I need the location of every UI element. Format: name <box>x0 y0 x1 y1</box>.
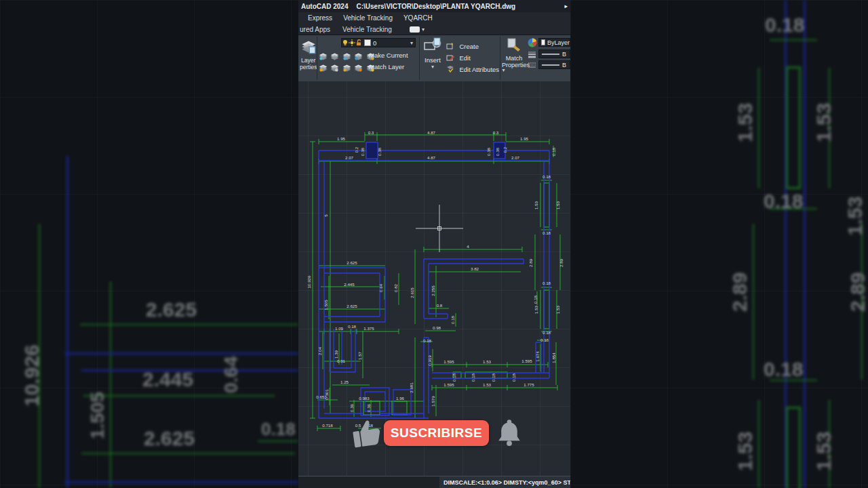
dim-label: 0.18 <box>471 373 475 382</box>
make-current-button[interactable]: Make Current <box>369 52 408 59</box>
menu-yqarch[interactable]: YQARCH <box>403 14 433 22</box>
dim-label: 1.53 <box>534 305 538 314</box>
dim-label: 0.64 <box>378 283 383 292</box>
dim-label: 2.255 <box>431 285 435 296</box>
dim-label: 4.87 <box>427 130 436 135</box>
dim-label: 2.07 <box>511 155 520 160</box>
layer-select-dropdown[interactable]: 0 ▾ <box>341 38 416 47</box>
dim-label: 0.18 <box>450 315 455 324</box>
notification-bell-icon[interactable] <box>495 419 524 447</box>
dim-label: 1.53 <box>555 201 560 209</box>
chevron-down-icon: ▾ <box>410 40 413 46</box>
dim-label: 3.82 <box>471 266 479 271</box>
dim-label: 0.18 <box>540 338 549 342</box>
floor-plan: 0.34.870.31.951.950.20.380.380.380.380.2… <box>298 81 570 476</box>
dim-label: 0.653 <box>316 394 327 399</box>
bg-dim-label: 1.53 <box>812 103 835 142</box>
menu-vehicle-tracking[interactable]: Vehicle Tracking <box>343 14 393 22</box>
workspace-button[interactable]: ▾ <box>410 26 425 33</box>
dim-label: 0.919 <box>427 355 432 366</box>
dim-label: 0.2 <box>502 146 507 152</box>
dim-label: 1.09 <box>335 326 344 331</box>
dim-label: 1.505 <box>323 300 328 310</box>
layer-freeze-sun-icon <box>349 39 355 46</box>
dim-settings-status[interactable]: DIMSCALE:<1:0.06> DIMSTY:<yqm0_60> STYLE… <box>439 476 570 488</box>
dim-label: 0.38 <box>495 147 500 156</box>
dim-label: 1.95 <box>337 136 346 141</box>
dim-label: 2.625 <box>347 304 357 308</box>
dim-label: 0.18 <box>423 338 432 343</box>
background-blur-right: 0.181.531.530.182.892.890.181.531.531.53 <box>570 0 868 488</box>
dim-label: 1.375 <box>363 326 374 331</box>
window-overflow-icon[interactable]: ▸ <box>564 3 568 9</box>
dim-label: 0.18 <box>542 174 551 179</box>
dim-label: 2.07 <box>345 155 354 160</box>
dim-label: 0.98 <box>433 325 441 330</box>
bg-dim-label: 0.18 <box>764 358 803 381</box>
bg-dim-label: 0.18 <box>765 14 804 37</box>
color-wheel-icon[interactable] <box>528 38 537 47</box>
current-layer-name: 0 <box>373 39 376 47</box>
linetype-dropdown[interactable]: B <box>538 60 570 69</box>
dim-label: 0.2 <box>354 146 359 152</box>
dim-label: 10.926 <box>307 275 311 288</box>
dim-label: 0.18 <box>348 324 357 329</box>
dim-label: 2.615 <box>410 287 414 298</box>
workspace-icon <box>410 26 420 33</box>
panel-separator <box>500 37 500 80</box>
dim-label: 0.82 <box>393 283 398 292</box>
object-color-dropdown[interactable]: ByLayer <box>538 38 570 47</box>
bg-dim-label: 1.53 <box>844 197 867 236</box>
dim-label: 2.89 <box>528 258 533 267</box>
dim-label: 0.38 <box>377 147 382 156</box>
block-create-button[interactable]: Create <box>446 39 479 52</box>
dim-label: 0.18 <box>491 373 496 382</box>
thumbs-up-icon[interactable] <box>350 416 384 450</box>
dim-label: 2.445 <box>344 282 355 287</box>
dim-label: 0.36 <box>366 403 371 412</box>
dim-label: 1.95 <box>520 136 529 141</box>
chevron-down-icon: ▾ <box>422 26 425 33</box>
menu-express[interactable]: Express <box>308 14 332 22</box>
block-edit-button[interactable]: Edit <box>446 51 471 63</box>
bg-dim-label: 1.505 <box>87 392 108 439</box>
layer-stack-icon <box>300 39 317 54</box>
bg-dim-label: 2.89 <box>728 272 751 312</box>
dim-label: 2.681 <box>409 382 414 393</box>
insert-block-icon <box>424 37 441 52</box>
drawing-canvas[interactable]: 0.34.870.31.951.950.20.380.380.380.380.2… <box>298 81 570 476</box>
dim-label: 1.595 <box>443 382 454 387</box>
dim-label: 1.53 <box>483 382 492 387</box>
dim-label: 0.18 <box>511 373 516 382</box>
dim-label: 0.38 <box>486 147 491 156</box>
window-openings <box>363 183 549 415</box>
dim-label: 1.674 <box>535 351 540 362</box>
linetype-sample <box>542 64 559 66</box>
dim-label: 0.38 <box>360 147 365 156</box>
bg-dim-label: 1.53 <box>734 103 757 142</box>
insert-label: Insert <box>422 56 443 64</box>
subscribe-button[interactable]: SUSCRIBIRSE <box>384 420 489 446</box>
dim-label: 4.87 <box>427 155 436 160</box>
block-edit-attributes-button[interactable]: Edit Attributes ▾ <box>446 62 505 75</box>
dim-label: 0.718 <box>322 423 333 428</box>
bg-dim-label: 1.53 <box>812 432 835 471</box>
layer-tools-row-2[interactable] <box>319 62 375 74</box>
layer-properties-label-1: Layer <box>301 57 315 64</box>
document-path: C:\Users\VICTOR\Desktop\PLANTA YQARCH.dw… <box>356 3 515 10</box>
bg-dim-label: 10.926 <box>20 344 43 407</box>
dim-label: 1.595 <box>521 359 532 363</box>
match-layer-button[interactable]: Match Layer <box>369 63 404 70</box>
layer-tools-row-1[interactable] <box>319 50 375 62</box>
bylayer-value: ByLayer <box>547 39 570 46</box>
dim-label: 0.18 <box>542 281 551 285</box>
dim-label: 1.53 <box>483 359 492 364</box>
dim-label: 4 <box>467 244 469 249</box>
tab-vehicle-tracking[interactable]: Vehicle Tracking <box>342 26 392 33</box>
dim-label: 0.18 <box>533 295 538 304</box>
dim-label: 0.18 <box>542 230 551 235</box>
dim-label: 0.3 <box>493 130 499 135</box>
lineweight-dropdown[interactable]: B <box>538 49 570 58</box>
tab-featured-apps[interactable]: ured Apps <box>300 26 330 33</box>
dim-label: 1.39 <box>334 350 338 359</box>
